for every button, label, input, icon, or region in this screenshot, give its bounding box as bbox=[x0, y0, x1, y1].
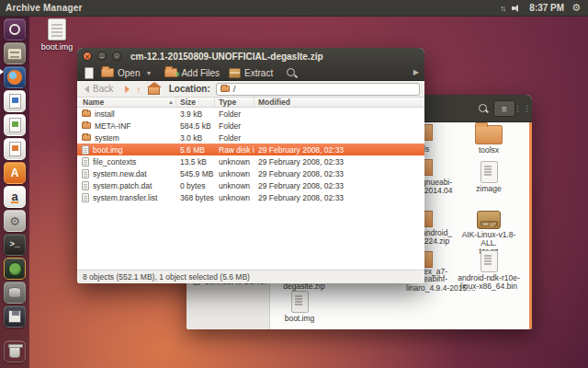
file-item-boot-img[interactable]: boot.img bbox=[271, 291, 328, 323]
launcher-item-floppy-drive[interactable] bbox=[4, 305, 26, 328]
archive-toolbar: Open ▼ + Add Files Extract bbox=[77, 64, 424, 81]
extract-icon bbox=[229, 68, 241, 78]
launcher-item-libreoffice-impress[interactable] bbox=[4, 138, 26, 160]
archive-manager-icon bbox=[7, 48, 22, 60]
search-icon bbox=[478, 103, 489, 114]
back-icon[interactable] bbox=[85, 86, 89, 93]
file-item-aik-linux[interactable]: AIK-Linux-v1.8-ALL. tar.gz bbox=[455, 211, 523, 256]
column-modified[interactable]: Modified bbox=[254, 98, 424, 107]
launcher-item-trash[interactable] bbox=[4, 340, 26, 362]
table-row-system[interactable]: system 3.0 kB Folder bbox=[77, 132, 424, 144]
network-icon[interactable]: ↑↓ bbox=[500, 4, 504, 13]
floppy-icon bbox=[8, 310, 21, 323]
launcher-item-libreoffice-writer[interactable] bbox=[4, 90, 26, 112]
software-center-icon: A bbox=[11, 167, 19, 179]
file-item-linaro-label[interactable]: linaro_4.9.4-2015.... bbox=[406, 283, 476, 293]
terminal-icon: >_ bbox=[10, 240, 20, 249]
launcher-item-system-settings[interactable]: ⚙ bbox=[4, 210, 26, 232]
amazon-icon: a bbox=[11, 191, 17, 203]
new-archive-icon bbox=[85, 67, 94, 79]
sort-arrow-icon: ▲ bbox=[168, 99, 174, 105]
archive-tar-icon bbox=[477, 211, 501, 229]
impress-icon bbox=[9, 142, 21, 156]
home-icon[interactable] bbox=[148, 86, 160, 95]
top-menubar: Archive Manager ↑↓ 8:37 PM ⚙ bbox=[0, 0, 588, 17]
archive-header: ✕ – ▫ cm-12.1-20150809-UNOFFICIAL-degasl… bbox=[77, 48, 424, 81]
location-folder-icon bbox=[220, 86, 230, 92]
table-row-file-contexts[interactable]: file_contexts 13.5 kB unknown 29 Februar… bbox=[77, 155, 424, 167]
settings-gear-icon: ⚙ bbox=[9, 214, 20, 228]
table-row-system-new-dat[interactable]: system.new.dat 545.9 MB unknown 29 Febru… bbox=[77, 167, 424, 179]
volume-icon[interactable] bbox=[512, 4, 522, 12]
location-field[interactable]: / bbox=[216, 83, 420, 96]
launcher-item-amazon[interactable]: a bbox=[4, 186, 26, 208]
add-files-button[interactable]: + Add Files bbox=[164, 68, 220, 78]
open-button[interactable]: Open ▼ bbox=[101, 68, 152, 78]
files-list-view-button[interactable]: ≡ bbox=[493, 100, 515, 117]
column-name-label: Name bbox=[83, 98, 104, 107]
disk-drive-icon bbox=[8, 287, 21, 298]
file-label: boot.img bbox=[271, 315, 328, 323]
launcher-item-software-center[interactable]: A bbox=[4, 162, 26, 184]
toolbar-overflow-arrow[interactable]: ▶ bbox=[413, 68, 419, 76]
launcher-item-firefox[interactable] bbox=[4, 66, 26, 88]
file-icon bbox=[82, 181, 89, 190]
ubuntu-desktop: { "menubar": { "app_name": "Archive Mana… bbox=[0, 0, 588, 368]
unity-launcher: A a ⚙ >_ bbox=[0, 17, 29, 368]
forward-icon[interactable] bbox=[125, 86, 130, 93]
file-label: zimage bbox=[462, 185, 515, 193]
table-row-system-transfer-list[interactable]: system.transfer.list 368 bytes unknown 2… bbox=[77, 191, 424, 203]
search-icon bbox=[286, 67, 298, 79]
files-search-button[interactable] bbox=[475, 100, 492, 117]
system-tray: ↑↓ 8:37 PM ⚙ bbox=[500, 2, 581, 14]
file-item-toolsx[interactable]: toolsx bbox=[462, 125, 515, 155]
launcher-item-dash-home[interactable] bbox=[4, 18, 26, 40]
grid-view-icon: ⋮⋮ bbox=[514, 104, 532, 113]
open-folder-icon bbox=[101, 68, 114, 77]
file-icon bbox=[82, 193, 89, 202]
files-grid-view-button[interactable]: ⋮⋮ bbox=[515, 100, 530, 117]
launcher-item-terminal[interactable]: >_ bbox=[4, 234, 26, 256]
up-icon[interactable]: ↑ bbox=[136, 84, 141, 95]
running-indicator-arrow bbox=[0, 69, 4, 75]
column-size[interactable]: Size bbox=[176, 98, 215, 107]
table-row-boot-img-selected[interactable]: boot.img 5.6 MB Raw disk im… 29 February… bbox=[77, 144, 424, 155]
file-icon bbox=[48, 18, 66, 40]
list-view-icon: ≡ bbox=[502, 104, 507, 114]
archive-manager-window: ✕ – ▫ cm-12.1-20150809-UNOFFICIAL-degasl… bbox=[77, 48, 424, 283]
archive-navbar: Back ↑ Location: / bbox=[77, 81, 424, 98]
archive-titlebar[interactable]: ✕ – ▫ cm-12.1-20150809-UNOFFICIAL-degasl… bbox=[77, 48, 424, 64]
file-icon bbox=[82, 157, 89, 167]
table-row-meta-inf[interactable]: META-INF 584.5 kB Folder bbox=[77, 120, 424, 132]
maximize-button[interactable]: ▫ bbox=[112, 52, 121, 61]
column-type[interactable]: Type bbox=[215, 98, 254, 107]
table-row-system-patch-dat[interactable]: system.patch.dat 0 bytes unknown 29 Febr… bbox=[77, 179, 424, 191]
file-item-zimage[interactable]: zimage bbox=[462, 161, 515, 193]
file-list: install 3.9 kB Folder META-INF 584.5 kB … bbox=[77, 108, 424, 270]
toolbar-search-button[interactable] bbox=[286, 67, 298, 79]
extract-button[interactable]: Extract bbox=[229, 68, 273, 78]
ubuntu-logo-icon bbox=[9, 24, 20, 35]
text-file-icon bbox=[481, 250, 498, 272]
plus-badge: + bbox=[175, 70, 179, 79]
session-gear-icon[interactable]: ⚙ bbox=[571, 2, 581, 14]
launcher-item-libreoffice-calc[interactable] bbox=[4, 114, 26, 136]
active-app-name: Archive Manager bbox=[6, 3, 83, 13]
close-button[interactable]: ✕ bbox=[83, 52, 92, 61]
window-title: cm-12.1-20150809-UNOFFICIAL-degaslte.zip bbox=[130, 52, 323, 62]
minimize-button[interactable]: – bbox=[97, 52, 107, 61]
open-dropdown-arrow[interactable]: ▼ bbox=[145, 70, 152, 76]
desktop-icon-boot-img[interactable]: boot.img bbox=[40, 18, 74, 52]
table-row-install[interactable]: install 3.9 kB Folder bbox=[77, 108, 424, 120]
back-label[interactable]: Back bbox=[93, 84, 113, 94]
launcher-item-disk-drive[interactable] bbox=[4, 282, 26, 304]
clock[interactable]: 8:37 PM bbox=[529, 3, 564, 13]
text-file-icon bbox=[291, 291, 309, 313]
new-archive-button[interactable] bbox=[85, 67, 94, 79]
folder-icon bbox=[82, 110, 91, 117]
files-scrollbar[interactable] bbox=[529, 122, 532, 329]
launcher-item-green-app[interactable] bbox=[4, 258, 26, 280]
launcher-item-archive-manager[interactable] bbox=[4, 42, 26, 64]
add-files-icon: + bbox=[164, 68, 177, 77]
column-name[interactable]: Name ▲ bbox=[77, 98, 176, 107]
